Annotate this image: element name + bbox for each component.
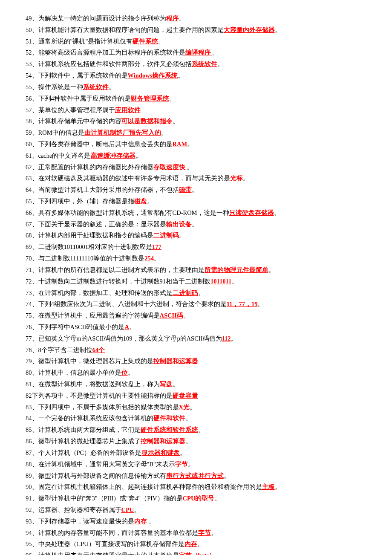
question-text: 86、微型计算机的微处理器芯片上集成了 bbox=[26, 438, 141, 445]
question-text: 90、固定在计算机主机箱箱体上的、起到连接计算机各种部件的纽带和桥梁作用的是 bbox=[26, 483, 262, 490]
question-text: 81、在微型计算机中，将数据送到软盘上，称为 bbox=[26, 381, 160, 387]
question-text: 92、运算器、控制器和寄存器属于 bbox=[26, 506, 121, 513]
question-text: 78、8个字节含二进制位 bbox=[26, 347, 92, 353]
question-item: 67、下面关于显示器的叙述，正确的是：显示器是输出设备。 bbox=[26, 219, 366, 230]
answer-text: 大容量内外存储器 bbox=[224, 26, 275, 33]
question-text: 58、计算机存储单元中存储的内容 bbox=[26, 118, 121, 124]
answer-text: 存取速度快 bbox=[153, 164, 187, 171]
question-suffix: 。 bbox=[188, 461, 194, 468]
answer-text: 输出设备 bbox=[166, 221, 192, 228]
answer-text: 二进制码 bbox=[173, 289, 198, 296]
answer-text: 写盘 bbox=[160, 381, 173, 387]
question-suffix: 。 bbox=[129, 324, 135, 330]
question-suffix: 。 bbox=[178, 72, 184, 79]
answer-text: 可以是数据和指令 bbox=[121, 118, 173, 124]
answer-text: 177 bbox=[152, 243, 161, 250]
question-text: 76、下列字符中ASCII码值最小的是 bbox=[26, 324, 124, 330]
answer-text: 系统软件 bbox=[83, 84, 109, 90]
question-text: 74、下列4组数应依次为二进制、八进制和十六进制，符合这个要求的是 bbox=[26, 301, 227, 307]
question-item: 76、下列字符中ASCII码值最小的是A。 bbox=[26, 321, 366, 333]
question-text: 87、个人计算机（PC）必备的外部设备是 bbox=[26, 449, 141, 456]
question-suffix: 。 bbox=[212, 49, 219, 56]
answer-text: 由计算机制造厂预先写入的 bbox=[84, 129, 161, 136]
question-suffix: 。 bbox=[128, 369, 134, 376]
question-suffix: 。 bbox=[192, 186, 198, 193]
question-text: 66、具有多媒体功能的微型计算机系统，通常都配有CD-ROM，这是一种 bbox=[26, 209, 229, 216]
answer-text: Windows操作系统 bbox=[128, 72, 178, 79]
question-suffix: 。 bbox=[216, 552, 222, 555]
question-item: 61、cache的中文译名是高速缓冲存储器。 bbox=[26, 150, 366, 162]
question-suffix: 。 bbox=[274, 209, 280, 216]
question-item: 66、具有多媒体功能的微型计算机系统，通常都配有CD-ROM，这是一种只读硬盘存… bbox=[26, 207, 366, 219]
question-suffix: 。 bbox=[109, 84, 115, 90]
answer-text: 磁带 bbox=[179, 186, 192, 193]
question-text: 53、计算机系统应包括硬件和软件两部分，软件又必须包括 bbox=[26, 61, 192, 67]
question-item: 83、下列四项中，不属于多媒体所包括的媒体类型的是X光。 bbox=[26, 402, 366, 413]
question-suffix: 。 bbox=[214, 495, 221, 502]
question-item: 75、在微型计算机中，应用最普遍的字符编码是ASCII码。 bbox=[26, 310, 366, 321]
question-text: 59、ROM中的信息是 bbox=[26, 129, 84, 136]
question-item: 73、在计算机内部，数据加工、处理和传送的形式是二进制码。 bbox=[26, 287, 366, 299]
question-suffix: 。 bbox=[198, 289, 205, 296]
question-item: 78、8个字节含二进制位64个 bbox=[26, 344, 366, 356]
answer-text: A bbox=[124, 324, 129, 330]
question-suffix: 。 bbox=[224, 472, 230, 479]
question-item: 57、某单位的人事管理程序属于应用软件 bbox=[26, 104, 366, 116]
question-item: 80、计算机中，信息的最小单位是位。 bbox=[26, 367, 366, 379]
question-item: 72、十进制数向二进制数进行转换时，十进制数91相当于二进制数1011011。 bbox=[26, 276, 366, 287]
answer-text: 高速缓冲存储器 bbox=[91, 152, 135, 159]
question-suffix: 。 bbox=[173, 118, 179, 124]
answer-text: 硬件系统 bbox=[133, 38, 158, 45]
question-text: 67、下面关于显示器的叙述，正确的是：显示器是 bbox=[26, 221, 166, 228]
question-suffix: 。 bbox=[185, 438, 192, 445]
answer-text: RAM bbox=[173, 141, 187, 147]
question-suffix: 。 bbox=[198, 426, 205, 433]
question-item: 64、当前微型计算机上大部分采用的外存储器，不包括磁带。 bbox=[26, 184, 366, 196]
question-text: 56、下列4种软件中属于应用软件的是 bbox=[26, 95, 131, 102]
question-text: 68、计算机内部用于处理数据和指令的编码是 bbox=[26, 232, 153, 239]
answer-text: 硬件和软件 bbox=[153, 415, 185, 422]
question-item: 93、下列存储器中，读写速度最快的是内存 。 bbox=[26, 516, 366, 527]
question-text: 62、正常配置的计算机的内存储器比外存储器 bbox=[26, 164, 153, 171]
question-item: 70、与二进制数11111110等值的十进制数是254。 bbox=[26, 253, 366, 264]
answer-text: 1011011 bbox=[210, 278, 231, 285]
question-item: 87、个人计算机（PC）必备的外部设备是显示器和键盘。 bbox=[26, 447, 366, 459]
answer-text: 硬件系统和软件系统 bbox=[141, 426, 198, 433]
question-suffix: 。 bbox=[173, 381, 179, 387]
question-suffix: 。 bbox=[268, 266, 275, 273]
question-item: 52、能够将高级语言源程序加工为目标程序的系统软件是编译程序 。 bbox=[26, 47, 366, 58]
question-text: 79、微型计算机中，微处理器芯片上集成的是 bbox=[26, 358, 153, 364]
question-item: 91、微型计算机中的"奔3"（PIII）或"奔4"（PIV）指的是CPU的型号。 bbox=[26, 493, 366, 504]
question-item: 90、固定在计算机主机箱箱体上的、起到连接计算机各种部件的纽带和桥梁作用的是主板… bbox=[26, 481, 366, 493]
answer-text: CPU bbox=[121, 506, 134, 513]
question-suffix: 。 bbox=[180, 449, 186, 456]
question-suffix: 。 bbox=[257, 301, 264, 307]
question-text: 75、在微型计算机中，应用最普遍的字符编码是 bbox=[26, 312, 160, 319]
question-suffix: 。 bbox=[197, 541, 204, 547]
question-text: 69、二进制数10110001相对应的十进制数应是 bbox=[26, 243, 152, 250]
question-suffix: 。 bbox=[211, 529, 217, 536]
question-suffix: 。 bbox=[183, 312, 190, 319]
question-text: 83、下列四项中，不属于多媒体所包括的媒体类型的是 bbox=[26, 404, 179, 410]
question-text: 54、下列软件中，属于系统软件的是 bbox=[26, 72, 128, 79]
answer-text: 串行方式或并行方式 bbox=[166, 472, 224, 479]
question-text: 84、一个完备的计算机系统应该包含计算机的 bbox=[26, 415, 153, 422]
question-text: 50、计算机能计算有大量数据和程序语句的问题，起主要作用的因素是 bbox=[26, 26, 224, 33]
question-suffix: 。 bbox=[187, 141, 193, 147]
question-text: 77、已知英文字母m的ASCII码值为109，那么英文字母p的ASCII码值为 bbox=[26, 335, 222, 342]
answer-text: 11，77，19 bbox=[227, 301, 258, 307]
question-item: 71、计算机中的所有信息都是以二进制方式表示的，主要理由是所需的物理元件最简单。 bbox=[26, 264, 366, 276]
question-text: 61、cache的中文译名是 bbox=[26, 152, 91, 159]
question-text: 51、通常所说的"裸机"是指计算机仅有 bbox=[26, 38, 133, 45]
question-item: 89、微型计算机与外部设备之间的信息传输方式有串行方式或并行方式。 bbox=[26, 470, 366, 482]
question-suffix: 。 bbox=[217, 61, 224, 67]
question-item: 86、微型计算机的微处理器芯片上集成了控制器和运算器。 bbox=[26, 436, 366, 447]
question-item: 92、运算器、控制器和寄存器属于CPU。 bbox=[26, 504, 366, 516]
answer-text: 控制器和运算器 bbox=[141, 438, 185, 445]
question-item: 56、下列4种软件中属于应用软件的是财务管理系统。 bbox=[26, 93, 366, 104]
question-text: 64、当前微型计算机上大部分采用的外存储器，不包括 bbox=[26, 186, 179, 193]
question-item: 69、二进制数10110001相对应的十进制数应是177 bbox=[26, 241, 366, 253]
question-item: 50、计算机能计算有大量数据和程序语句的问题，起主要作用的因素是大容量内外存储器… bbox=[26, 24, 366, 36]
question-item: 63、在对软硬磁盘及其驱动器的叙述中有许多专用术语，而与其无关的是光标。 bbox=[26, 173, 366, 184]
answer-text: 位 bbox=[121, 369, 128, 376]
